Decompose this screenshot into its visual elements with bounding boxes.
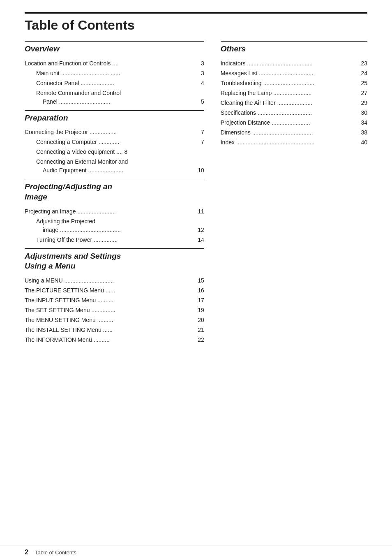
toc-entry-index: Index ..................................… [221, 138, 367, 147]
section-title-preparation: Preparation [25, 113, 204, 123]
toc-label: Dimensions .............................… [221, 128, 355, 137]
toc-label: Using a MENU ...........................… [25, 276, 192, 285]
toc-page: 3 [192, 69, 204, 78]
toc-label: image ..................................… [43, 226, 121, 234]
toc-label: Specifications .........................… [221, 109, 355, 117]
toc-entry-adjusting: Adjusting the Projected image ..........… [25, 217, 204, 234]
toc-page: 4 [192, 79, 204, 88]
toc-page: 22 [192, 336, 204, 344]
toc-label: Turning Off the Power ............... [36, 236, 192, 244]
toc-label: Main unit ..............................… [36, 69, 192, 78]
toc-entry-input-setting: The INPUT SETTING Menu .......... 17 [25, 296, 204, 305]
toc-label: Panel ................................ [43, 97, 110, 106]
toc-label: Projection Distance ....................… [221, 118, 355, 127]
toc-entry-connecting-computer: Connecting a Computer ............. 7 [25, 138, 204, 146]
section-title-overview: Overview [25, 44, 204, 54]
section-divider-others [221, 41, 367, 42]
toc-entry-main-unit: Main unit ..............................… [25, 69, 204, 78]
toc-page: 11 [192, 207, 204, 216]
toc-page: 7 [192, 128, 204, 137]
page-title: Table of Contents [0, 14, 392, 41]
toc-page: 12 [198, 226, 204, 234]
section-adjustments: Adjustments and SettingsUsing a Menu Usi… [25, 248, 204, 344]
toc-page: 34 [355, 118, 367, 127]
toc-entry-turning-off: Turning Off the Power ............... 14 [25, 236, 204, 244]
toc-entry-remote: Remote Commander and Control Panel .....… [25, 89, 204, 106]
toc-entry-connecting-external: Connecting an External Monitor and Audio… [25, 158, 204, 175]
section-title-adjustments: Adjustments and SettingsUsing a Menu [25, 251, 204, 271]
toc-label: Indicators .............................… [221, 59, 355, 68]
toc-entry-picture-setting: The PICTURE SETTING Menu ...... 16 [25, 286, 204, 295]
toc-label: Projecting an Image ....................… [25, 207, 192, 216]
section-title-projecting: Projecting/Adjusting anImage [25, 182, 204, 202]
section-overview: Overview Location and Function of Contro… [25, 41, 204, 106]
toc-label: The INPUT SETTING Menu .......... [25, 296, 192, 305]
toc-entry-cleaning-filter: Cleaning the Air Filter ................… [221, 99, 367, 107]
toc-label: Connector Panel ..................... [36, 79, 192, 88]
toc-entry-install-setting: The INSTALL SETTING Menu ...... 21 [25, 326, 204, 334]
toc-page: 30 [355, 109, 367, 117]
right-column: Others Indicators ......................… [212, 41, 367, 348]
toc-entry-set-setting: The SET SETTING Menu ............... 19 [25, 306, 204, 315]
toc-label: The SET SETTING Menu ............... [25, 306, 192, 315]
toc-label: Connecting the Projector ...............… [25, 128, 192, 137]
toc-entry-information-menu: The INFORMATION Menu .......... 22 [25, 336, 204, 344]
toc-label: Audio Equipment ...................... [43, 166, 123, 175]
toc-page: 19 [192, 306, 204, 315]
toc-page: 3 [192, 59, 204, 68]
toc-page: 27 [355, 89, 367, 97]
toc-page: 21 [192, 326, 204, 334]
toc-label: The MENU SETTING Menu .......... [25, 316, 192, 324]
toc-page: 40 [355, 138, 367, 147]
toc-label: Troubleshooting ........................… [221, 79, 355, 88]
toc-page: 15 [192, 276, 204, 285]
toc-label: Replacing the Lamp .....................… [221, 89, 355, 97]
toc-entry-messages-list: Messages List ..........................… [221, 69, 367, 78]
section-divider-preparation [25, 110, 204, 111]
toc-entry-menu-setting: The MENU SETTING Menu .......... 20 [25, 316, 204, 324]
section-projecting: Projecting/Adjusting anImage Projecting … [25, 179, 204, 244]
section-title-others: Others [221, 44, 367, 54]
toc-entry-projecting-image: Projecting an Image ....................… [25, 207, 204, 216]
toc-label: Connecting a Computer ............. [36, 138, 192, 146]
section-others: Others Indicators ......................… [221, 41, 367, 147]
toc-page: 17 [192, 296, 204, 305]
toc-entry-indicators: Indicators .............................… [221, 59, 367, 68]
toc-label: Cleaning the Air Filter ................… [221, 99, 355, 107]
toc-entry-connector-panel: Connector Panel ..................... 4 [25, 79, 204, 88]
toc-page: 24 [355, 69, 367, 78]
toc-entry-using-menu: Using a MENU ...........................… [25, 276, 204, 285]
toc-page: 29 [355, 99, 367, 107]
footer-section-label: Table of Contents [35, 549, 76, 556]
toc-label: Connecting a Video equipment .... 8 [36, 148, 192, 156]
toc-label: The PICTURE SETTING Menu ...... [25, 286, 192, 295]
left-column: Overview Location and Function of Contro… [25, 41, 212, 348]
section-divider-projecting [25, 179, 204, 179]
page: Table of Contents Overview Location and … [0, 12, 392, 556]
toc-page: 5 [201, 97, 204, 106]
toc-entry-troubleshooting: Troubleshooting ........................… [221, 79, 367, 88]
toc-page: 14 [192, 236, 204, 244]
toc-label: Messages List ..........................… [221, 69, 355, 78]
toc-entry-replacing-lamp: Replacing the Lamp .....................… [221, 89, 367, 97]
toc-page: 20 [192, 316, 204, 324]
toc-page: 38 [355, 128, 367, 137]
section-divider-overview [25, 41, 204, 42]
toc-entry-location: Location and Function of Controls .... 3 [25, 59, 204, 68]
toc-entry-projection-distance: Projection Distance ....................… [221, 118, 367, 127]
toc-label: Index ..................................… [221, 138, 355, 147]
toc-entry-dimensions: Dimensions .............................… [221, 128, 367, 137]
footer: 2 Table of Contents [0, 545, 392, 556]
toc-entry-specifications: Specifications .........................… [221, 109, 367, 117]
content-area: Overview Location and Function of Contro… [0, 41, 392, 348]
toc-label: The INFORMATION Menu .......... [25, 336, 192, 344]
section-divider-adjustments [25, 248, 204, 249]
toc-label: The INSTALL SETTING Menu ...... [25, 326, 192, 334]
toc-page: 10 [198, 166, 204, 175]
toc-page: 7 [192, 138, 204, 146]
toc-label: Location and Function of Controls .... [25, 59, 192, 68]
toc-page: 23 [355, 59, 367, 68]
footer-page-number: 2 [25, 549, 28, 556]
toc-page: 25 [355, 79, 367, 88]
toc-entry-connecting-video: Connecting a Video equipment .... 8 [25, 148, 204, 156]
